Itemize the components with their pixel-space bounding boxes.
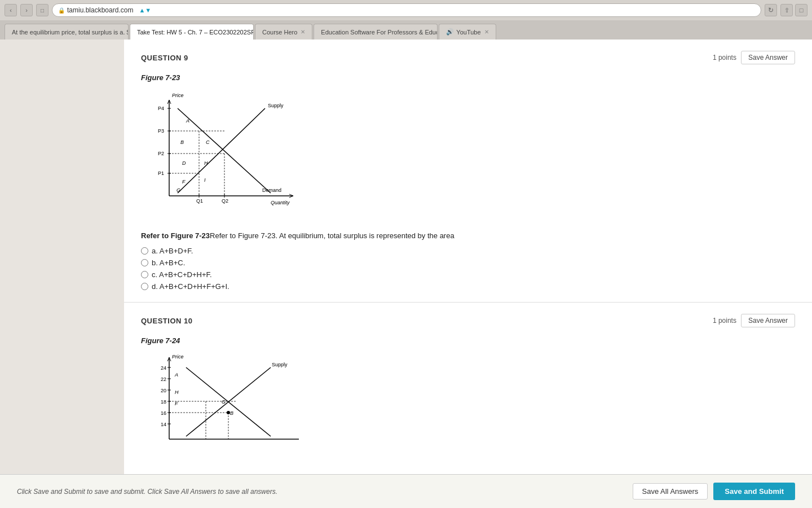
- svg-text:D: D: [182, 160, 186, 166]
- address-bar[interactable]: 🔒 tamiu.blackboard.com ▲▼: [52, 3, 761, 17]
- svg-text:22: 22: [161, 376, 166, 382]
- svg-text:B: B: [230, 410, 233, 416]
- svg-text:P4: P4: [158, 106, 164, 111]
- question-10-save-button[interactable]: Save Answer: [741, 314, 795, 327]
- question-9-save-button[interactable]: Save Answer: [741, 51, 795, 64]
- left-panel: [0, 40, 124, 508]
- question-10-figure-title: Figure 7-24: [141, 336, 795, 345]
- tab-4[interactable]: Education Software For Professors & Educ…: [314, 24, 438, 40]
- svg-text:P1: P1: [158, 170, 164, 176]
- secure-indicator: ▲▼: [139, 7, 151, 14]
- browser-toolbar: ‹ › □ 🔒 tamiu.blackboard.com ▲▼ ↻ ⇧ □: [0, 0, 812, 20]
- svg-text:A: A: [174, 372, 178, 378]
- svg-text:Price: Price: [172, 93, 184, 98]
- question-9-meta: 1 points Save Answer: [713, 51, 795, 64]
- main-content: QUESTION 9 1 points Save Answer Figure 7…: [124, 40, 812, 508]
- question-10-header: QUESTION 10 1 points Save Answer: [141, 314, 795, 327]
- svg-text:16: 16: [161, 410, 166, 416]
- svg-text:24: 24: [161, 365, 166, 371]
- question-10-meta: 1 points Save Answer: [713, 314, 795, 327]
- svg-text:A: A: [186, 118, 189, 124]
- tab-5[interactable]: 🔊 YouTube ✕: [439, 24, 496, 40]
- svg-text:20: 20: [161, 388, 166, 393]
- question-10-section: QUESTION 10 1 points Save Answer Figure …: [124, 303, 812, 501]
- svg-text:H: H: [175, 389, 179, 395]
- bottom-bar-text: Click Save and Submit to save and submit…: [17, 488, 277, 496]
- volume-icon: 🔊: [446, 28, 454, 36]
- question-9-section: QUESTION 9 1 points Save Answer Figure 7…: [124, 40, 812, 303]
- svg-text:Price: Price: [172, 354, 184, 360]
- svg-text:Q2: Q2: [222, 198, 228, 204]
- svg-text:Supply: Supply: [272, 362, 288, 367]
- question-9-title: QUESTION 9: [141, 54, 188, 62]
- svg-text:G: G: [176, 187, 180, 193]
- browser-actions: ⇧ □: [780, 4, 807, 16]
- question-9-option-c[interactable]: c. A+B+C+D+H+F.: [141, 270, 795, 279]
- svg-line-22: [178, 108, 271, 193]
- save-submit-button[interactable]: Save and Submit: [713, 483, 795, 500]
- tab-2[interactable]: Take Test: HW 5 - Ch. 7 – ECO2302202SP20…: [130, 24, 254, 40]
- question-9-radio-c[interactable]: [141, 271, 148, 278]
- question-10-points: 1 points: [713, 317, 736, 325]
- question-9-option-b[interactable]: b. A+B+C.: [141, 259, 795, 267]
- figure-7-23-svg: Price Quantity P4 P3 P2: [141, 89, 310, 218]
- tab-3[interactable]: Course Hero ✕: [255, 24, 312, 40]
- svg-text:18: 18: [161, 399, 166, 405]
- svg-text:Supply: Supply: [268, 103, 284, 108]
- svg-text:B: B: [180, 139, 184, 145]
- lock-icon: 🔒: [58, 7, 65, 14]
- back-button[interactable]: ‹: [5, 4, 17, 16]
- question-9-header: QUESTION 9 1 points Save Answer: [141, 51, 795, 64]
- bottom-bar: Click Save and Submit to save and submit…: [0, 474, 812, 508]
- question-9-text: Refer to Figure 7-23Refer to Figure 7-23…: [141, 231, 795, 240]
- question-9-figure-title: Figure 7-23: [141, 73, 795, 82]
- question-9-points: 1 points: [713, 54, 736, 62]
- save-all-button[interactable]: Save All Answers: [633, 483, 708, 500]
- svg-text:I: I: [204, 177, 206, 183]
- svg-text:P3: P3: [158, 128, 164, 134]
- svg-text:C: C: [206, 139, 210, 145]
- browser-chrome: ‹ › □ 🔒 tamiu.blackboard.com ▲▼ ↻ ⇧ □ At…: [0, 0, 812, 40]
- figure-7-24-container: Price 24 22 20 18 16 14: [141, 352, 795, 444]
- tab-close-5[interactable]: ✕: [484, 29, 489, 35]
- question-9-options: a. A+B+D+F. b. A+B+C. c. A+B+C+D+H+F. d.…: [141, 247, 795, 291]
- bottom-bar-actions: Save All Answers Save and Submit: [633, 483, 795, 500]
- svg-text:G: G: [222, 399, 226, 405]
- tab-close-3[interactable]: ✕: [301, 29, 305, 35]
- question-9-option-d[interactable]: d. A+B+C+D+H+F+G+I.: [141, 282, 795, 291]
- tabs-bar: At the equilibrium price, total surplus …: [0, 20, 812, 40]
- figure-7-24-svg: Price 24 22 20 18 16 14: [141, 352, 316, 442]
- question-9-radio-d[interactable]: [141, 283, 148, 290]
- question-9-radio-b[interactable]: [141, 259, 148, 266]
- forward-button[interactable]: ›: [20, 4, 33, 16]
- svg-text:H: H: [204, 160, 208, 166]
- question-9-option-a[interactable]: a. A+B+D+F.: [141, 247, 795, 255]
- page-wrapper: QUESTION 9 1 points Save Answer Figure 7…: [0, 40, 812, 508]
- svg-text:F: F: [175, 401, 178, 406]
- reload-button[interactable]: ↻: [765, 4, 777, 16]
- url-text: tamiu.blackboard.com: [67, 6, 133, 14]
- tab-1[interactable]: At the equilibrium price, total surplus …: [5, 24, 129, 40]
- svg-line-20: [178, 108, 265, 193]
- window-button[interactable]: □: [36, 4, 48, 16]
- new-tab-button[interactable]: □: [795, 4, 807, 16]
- svg-text:Quantity: Quantity: [271, 200, 290, 205]
- question-10-title: QUESTION 10: [141, 317, 192, 325]
- question-9-radio-a[interactable]: [141, 247, 148, 255]
- figure-ref: Refer to Figure 7-23: [141, 231, 210, 240]
- svg-text:P2: P2: [158, 151, 164, 156]
- svg-text:F: F: [182, 179, 186, 185]
- figure-7-23-container: Price Quantity P4 P3 P2: [141, 89, 795, 220]
- svg-text:Q1: Q1: [196, 198, 203, 204]
- share-button[interactable]: ⇧: [780, 4, 793, 16]
- svg-text:14: 14: [161, 422, 166, 427]
- svg-text:Demand: Demand: [262, 187, 281, 193]
